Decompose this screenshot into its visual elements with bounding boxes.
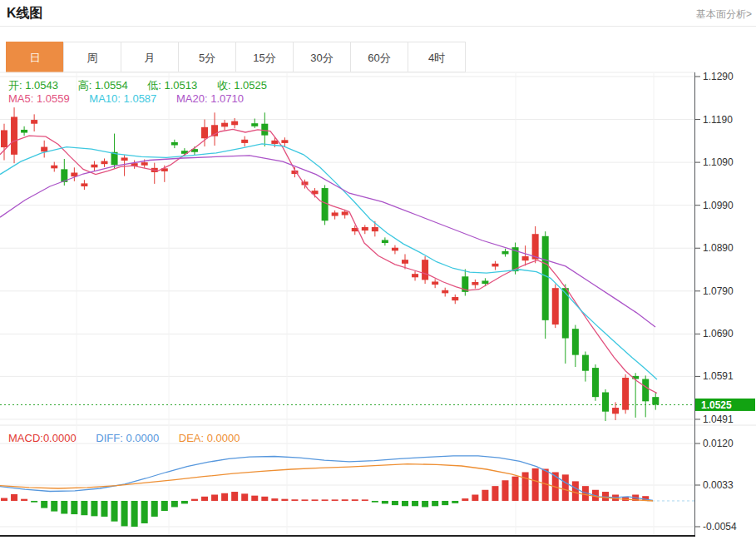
current-price-badge: 1.0525 xyxy=(695,399,755,411)
svg-text:1.0690: 1.0690 xyxy=(703,328,734,339)
svg-text:1.1190: 1.1190 xyxy=(703,114,733,126)
svg-text:0.0120: 0.0120 xyxy=(703,438,734,449)
ma20-legend: MA20: 1.0710 xyxy=(176,92,244,105)
ma-legend: MA5: 1.0559 MA10: 1.0587 MA20: 1.0710 xyxy=(8,92,260,105)
ohlc-open: 开: 1.0543 xyxy=(8,79,58,92)
svg-text:1.1290: 1.1290 xyxy=(703,71,734,82)
macd-legend: MACD:0.0000 DIFF: 0.0000 DEA: 0.0000 xyxy=(8,432,257,444)
ma10-legend: MA10: 1.0587 xyxy=(89,92,156,105)
svg-text:-0.0054: -0.0054 xyxy=(703,521,737,533)
dea-value: DEA: 0.0000 xyxy=(179,432,240,444)
price-axis-labels: 1.12901.11901.10901.09901.08901.07901.06… xyxy=(695,71,734,425)
ohlc-low: 低: 1.0513 xyxy=(147,79,197,92)
macd-histogram xyxy=(1,468,649,527)
ma5-line xyxy=(0,129,657,393)
kline-page: K线图 基本面分析> 日 周 月 5分 15分 30分 60分 4时 1.129… xyxy=(0,0,756,540)
svg-text:1.0790: 1.0790 xyxy=(703,285,734,297)
svg-text:1.0890: 1.0890 xyxy=(703,242,734,254)
diff-value: DIFF: 0.0000 xyxy=(96,432,159,444)
ohlc-legend: 开: 1.0543 高: 1.0554 低: 1.0513 收: 1.0525 xyxy=(8,78,284,93)
svg-text:1.1090: 1.1090 xyxy=(703,156,734,168)
svg-text:1.0491: 1.0491 xyxy=(703,414,734,425)
macd-axis-labels: 0.01200.0033-0.0054 xyxy=(695,438,737,533)
ohlc-close: 收: 1.0525 xyxy=(217,79,267,92)
svg-text:1.0591: 1.0591 xyxy=(703,370,734,382)
ohlc-high: 高: 1.0554 xyxy=(78,79,128,92)
svg-text:0.0033: 0.0033 xyxy=(703,479,734,491)
macd-value: MACD:0.0000 xyxy=(8,432,77,444)
ma10-line xyxy=(0,144,657,379)
svg-text:1.0990: 1.0990 xyxy=(703,200,734,211)
svg-text:1.0525: 1.0525 xyxy=(701,399,732,411)
ma5-legend: MA5: 1.0559 xyxy=(8,92,70,105)
